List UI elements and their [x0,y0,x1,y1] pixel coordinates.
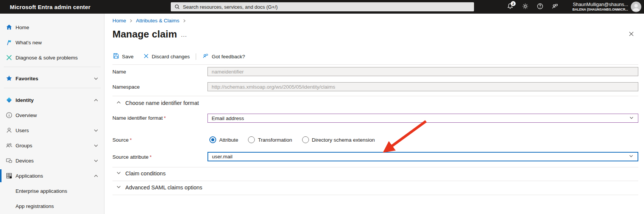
discard-x-icon [143,53,149,60]
people-icon [6,142,12,149]
identity-diamond-icon [6,97,12,103]
name-input: nameidentifier [207,67,638,76]
top-bar: Microsoft Entra admin center Search reso… [0,0,644,14]
required-asterisk: * [150,154,151,160]
app-title: Microsoft Entra admin center [10,0,90,14]
sidebar-item-enterprise-applications[interactable]: Enterprise applications [0,183,104,198]
person-icon [6,127,12,134]
radio-label: Directory schema extension [312,137,375,143]
discard-changes-label: Discard changes [152,54,190,59]
namespace-value: http://schemas.xmlsoap.org/ws/2005/05/id… [212,84,335,90]
sidebar-item-label: What's new [16,40,42,45]
sidebar-item-whats-new[interactable]: What's new [0,35,104,50]
label-text: Source [112,137,129,143]
sidebar-item-label: Applications [16,173,43,179]
notifications-button[interactable]: 2 [503,0,517,14]
sidebar-item-label: App registrations [16,203,54,209]
close-button[interactable] [627,30,635,39]
gear-icon [522,3,529,11]
sidebar-item-label: Users [16,128,29,133]
name-identifier-format-select[interactable]: Email address [207,114,638,123]
help-button[interactable] [533,0,547,14]
label-text: Name identifier format [112,115,163,121]
breadcrumb-attributes-claims-link[interactable]: Attributes & Claims [136,18,179,23]
got-feedback-button[interactable]: Got feedback? [201,53,246,60]
avatar[interactable] [631,2,641,12]
save-label: Save [122,54,134,59]
search-input[interactable]: Search resources, services, and docs (G+… [171,2,474,11]
sidebar-item-devices[interactable]: Devices [0,153,104,168]
chevron-right-icon [182,19,186,23]
devices-icon [6,157,12,164]
more-button[interactable]: … [181,31,187,39]
flag-icon [6,39,12,46]
label-text: Source attribute [112,154,148,160]
save-button[interactable]: Save [112,53,134,60]
chevron-down-icon [94,143,98,148]
feedback-button[interactable] [547,0,562,14]
chevron-down-icon [94,76,98,81]
namespace-label: Namespace [112,84,140,90]
sidebar-item-users[interactable]: Users [0,123,104,138]
chevron-down-icon [94,158,98,163]
selected-value: Email address [212,116,244,121]
sidebar-item-home[interactable]: Home [0,20,104,35]
radio-selected-icon [209,136,216,143]
radio-attribute[interactable]: Attribute [209,136,238,143]
namespace-input: http://schemas.xmlsoap.org/ws/2005/05/id… [207,82,638,91]
feedback-person-icon [551,3,558,11]
home-icon [6,24,12,31]
section-choose-name-identifier-format[interactable]: Choose name identifier format [116,100,199,106]
sidebar-divider [4,88,101,88]
page-title: Manage claim [112,28,177,40]
account-menu[interactable]: ShaunMulligan@shauns... BALENA (SHAUNSAN… [572,2,628,12]
chevron-up-icon [116,100,121,106]
chevron-down-icon [94,128,98,133]
radio-label: Attribute [219,137,238,143]
name-value: nameidentifier [212,69,244,75]
source-attribute-select[interactable]: user.mail [207,152,638,161]
got-feedback-label: Got feedback? [212,54,245,59]
source-attribute-label: Source attribute* [112,154,152,160]
sidebar-item-identity[interactable]: Identity [0,92,104,108]
star-icon [6,75,12,82]
sidebar-item-overview[interactable]: Overview [0,108,104,123]
section-claim-conditions[interactable]: Claim conditions [116,170,165,177]
sidebar-item-applications[interactable]: Applications [0,168,104,183]
radio-label: Transformation [258,137,292,143]
tools-icon [6,54,12,61]
command-bar: Save Discard changes Got feedback? [112,52,246,61]
sidebar-item-app-registrations[interactable]: App registrations [0,198,104,214]
sidebar-item-label: Diagnose & solve problems [16,55,78,61]
chevron-down-icon [629,115,634,122]
info-icon [6,112,12,119]
breadcrumb-home-link[interactable]: Home [112,18,126,23]
help-icon [536,3,544,11]
notification-badge: 2 [511,1,516,6]
section-advanced-saml-claims-options[interactable]: Advanced SAML claims options [116,184,202,191]
section-divider [112,96,638,96]
section-divider [112,167,638,167]
section-title: Choose name identifier format [125,100,199,106]
radio-transformation[interactable]: Transformation [248,136,292,143]
chevron-down-icon [116,170,121,177]
name-identifier-format-label: Name identifier format* [112,115,166,121]
search-placeholder: Search resources, services, and docs (G+… [183,4,278,10]
chevron-up-icon [94,98,98,103]
account-org: BALENA (SHAUNSANBS.ONMICR... [572,8,628,12]
radio-unselected-icon [248,136,255,143]
settings-button[interactable] [518,0,532,14]
section-divider [112,64,638,65]
chevron-down-icon [116,184,121,191]
chevron-down-icon [628,153,634,160]
sidebar-item-favorites[interactable]: Favorites [0,71,104,86]
discard-changes-button[interactable]: Discard changes [143,53,191,60]
sidebar-item-label: Overview [16,112,37,118]
sidebar-item-diagnose[interactable]: Diagnose & solve problems [0,50,104,65]
sidebar-item-groups[interactable]: Groups [0,138,104,153]
radio-directory-schema-extension[interactable]: Directory schema extension [302,136,375,143]
main-content: Home Attributes & Claims Manage claim … … [104,14,644,214]
chevron-up-icon [94,173,98,178]
save-icon [113,53,119,60]
search-icon [175,4,180,9]
